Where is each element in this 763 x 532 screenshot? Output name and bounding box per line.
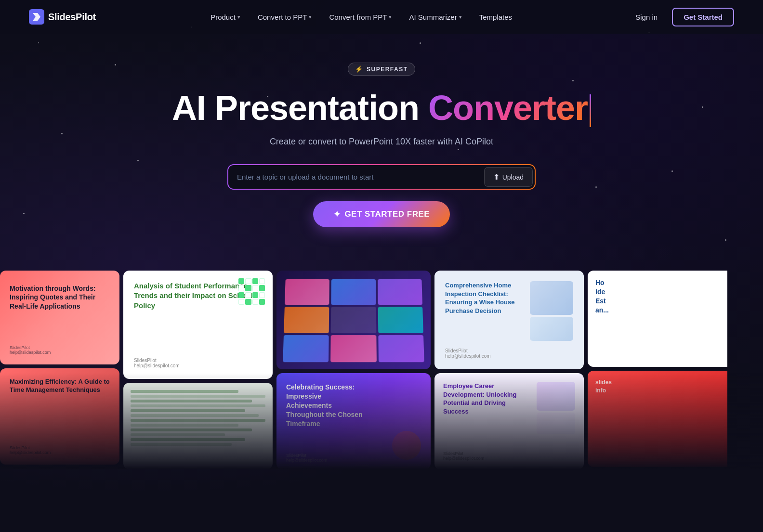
slide-thumb (330, 335, 376, 362)
card-celebrating-title: Celebrating Success: Impressive Achievem… (286, 383, 363, 428)
card-employee-title: Employee Career Development: Unlocking P… (443, 382, 532, 415)
table-line (131, 438, 245, 441)
nav-item-product[interactable]: Product ▾ (204, 9, 247, 25)
get-started-nav-button[interactable]: Get Started (672, 8, 734, 26)
slide-thumb (331, 307, 376, 333)
employee-text: Employee Career Development: Unlocking P… (443, 382, 532, 434)
nav-convert-from-ppt-label: Convert from PPT (329, 13, 387, 21)
home-inspection-text: Comprehensive Home Inspection Checklist:… (445, 281, 524, 341)
employee-thumb-1 (537, 382, 575, 411)
badge-text: SUPERFAST (367, 66, 408, 73)
card-analysis[interactable]: Analysis of Student Performance Trends a… (123, 271, 273, 379)
slides-grid (283, 279, 424, 362)
table-line (131, 390, 238, 393)
employee-thumb-2 (537, 413, 575, 434)
slide-thumb (283, 335, 329, 362)
chevron-down-icon: ▾ (309, 14, 312, 20)
hero-section: ⚡ SUPERFAST AI Presentation Converter Cr… (0, 34, 763, 247)
cta-button[interactable]: ✦ GET STARTED FREE (313, 201, 450, 227)
chevron-down-icon: ▾ (237, 14, 240, 20)
nav-links: Product ▾ Convert to PPT ▾ Convert from … (204, 9, 519, 25)
gallery-col-3: Celebrating Success: Impressive Achievem… (276, 271, 431, 469)
slide-thumb (378, 335, 424, 362)
superfast-badge: ⚡ SUPERFAST (348, 63, 415, 76)
slide-thumb (284, 307, 329, 333)
card-partial-right-1-title: HoIdeEstan... (595, 278, 720, 315)
card-motivation[interactable]: Motivation through Words: Inspiring Quot… (0, 271, 119, 364)
card-efficiency-footer: SlidesPilothelp@slidespilot.com (10, 445, 110, 455)
cta-label: GET STARTED FREE (344, 209, 430, 219)
cursor-blink (590, 94, 591, 127)
card-green-table[interactable] (123, 383, 273, 469)
card-employee-footer: SlidesPilothelp@slidespilot.com (443, 446, 575, 461)
nav-item-convert-from-ppt[interactable]: Convert from PPT ▾ (322, 9, 398, 25)
chevron-down-icon: ▾ (389, 14, 392, 20)
checkered-pattern (238, 278, 265, 305)
hero-title: AI Presentation Converter (10, 89, 753, 127)
nav-item-templates[interactable]: Templates (473, 9, 519, 25)
logo-icon (29, 9, 44, 25)
home-inspection-thumbnail (530, 281, 573, 341)
card-motivation-title: Motivation through Words: Inspiring Quot… (10, 284, 110, 311)
card-partial-right-2-text: slidesinfo (595, 378, 720, 395)
hero-subtitle: Create or convert to PowerPoint 10X fast… (10, 137, 753, 147)
table-line (131, 433, 225, 436)
card-celebrating[interactable]: Celebrating Success: Impressive Achievem… (276, 373, 431, 469)
gallery: Motivation through Words: Inspiring Quot… (0, 271, 763, 469)
card-motivation-footer: SlidesPilothelp@slidespilot.com (10, 341, 110, 355)
card-analysis-footer: SlidesPilothelp@slidespilot.com (134, 358, 262, 368)
table-line (131, 414, 259, 417)
chevron-down-icon: ▾ (459, 14, 462, 20)
nav-ai-summarizer-label: AI Summarizer (409, 13, 457, 21)
home-thumb-1 (530, 281, 573, 315)
nav-actions: Sign in Get Started (627, 8, 734, 26)
navigation: SlidesPilot Product ▾ Convert to PPT ▾ C… (0, 0, 763, 34)
table-line (131, 428, 252, 431)
card-analysis-decoration (238, 278, 265, 305)
upload-button[interactable]: ⬆ Upload (484, 167, 533, 187)
card-slides-collage[interactable] (276, 271, 431, 369)
card-home-title: Comprehensive Home Inspection Checklist:… (445, 281, 524, 315)
table-line (131, 404, 265, 407)
nav-templates-label: Templates (479, 13, 512, 21)
upload-icon: ⬆ (493, 172, 500, 182)
table-line (131, 409, 245, 412)
table-line (131, 395, 265, 398)
card-celebrating-footer: SlidesPilothelp@slidespilot.com (286, 453, 327, 463)
slide-thumb (378, 307, 423, 333)
sparkle-icon: ✦ (333, 209, 341, 220)
employee-thumbnail (537, 382, 575, 434)
nav-item-convert-to-ppt[interactable]: Convert to PPT ▾ (251, 9, 319, 25)
table-lines (131, 390, 265, 446)
gallery-col-5: HoIdeEstan... slidesinfo (588, 271, 727, 469)
card-efficiency[interactable]: Maximizing Efficiency: A Guide to Time M… (0, 368, 119, 465)
table-line (131, 419, 265, 422)
upload-label: Upload (502, 173, 524, 181)
home-thumb-2 (530, 317, 573, 341)
logo[interactable]: SlidesPilot (29, 9, 96, 25)
table-line (131, 424, 238, 427)
celebrating-decoration (392, 431, 421, 460)
slide-thumb (378, 279, 422, 305)
logo-text: SlidesPilot (48, 12, 96, 23)
signin-button[interactable]: Sign in (627, 9, 666, 25)
hero-title-part1: AI Presentation (172, 89, 428, 127)
card-home-inspection[interactable]: Comprehensive Home Inspection Checklist:… (434, 271, 584, 369)
nav-item-ai-summarizer[interactable]: AI Summarizer ▾ (402, 9, 468, 25)
table-line (131, 443, 232, 446)
home-inspection-content: Comprehensive Home Inspection Checklist:… (445, 281, 573, 341)
search-input[interactable] (237, 167, 484, 187)
card-partial-right-1[interactable]: HoIdeEstan... (588, 271, 727, 367)
nav-convert-to-ppt-label: Convert to PPT (258, 13, 307, 21)
search-inner: ⬆ Upload (228, 165, 535, 189)
slide-thumb (331, 279, 376, 305)
card-home-footer: SlidesPilothelp@slidespilot.com (445, 348, 573, 359)
card-partial-right-2[interactable]: slidesinfo (588, 371, 727, 467)
gallery-col-2: Analysis of Student Performance Trends a… (123, 271, 273, 469)
lightning-icon: ⚡ (355, 65, 364, 73)
card-employee[interactable]: Employee Career Development: Unlocking P… (434, 373, 584, 469)
search-wrapper: ⬆ Upload (227, 164, 536, 190)
slide-thumb (285, 279, 329, 305)
table-line (131, 400, 252, 402)
nav-product-label: Product (210, 13, 236, 21)
